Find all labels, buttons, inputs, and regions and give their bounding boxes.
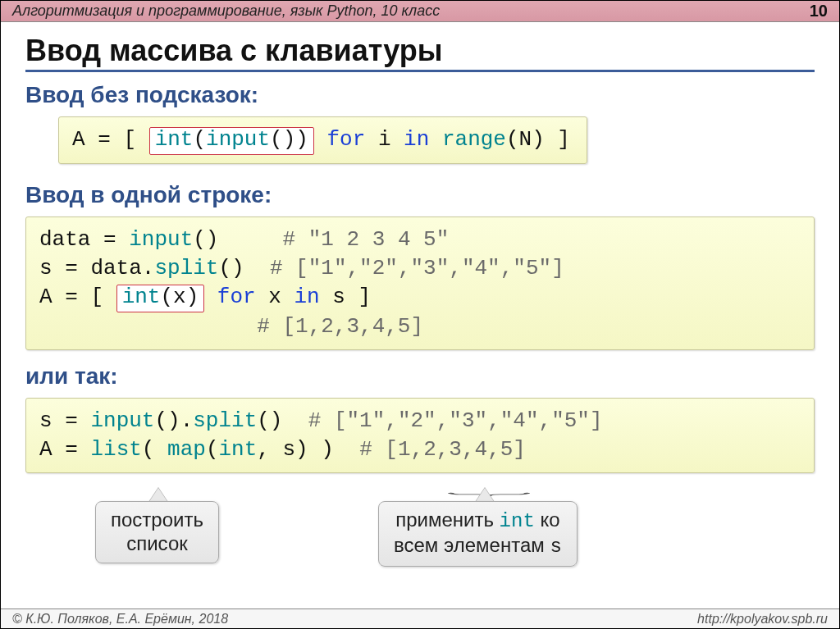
code-block-2: data = input() # "1 2 3 4 5" s = data.sp… [25, 217, 815, 350]
callout-text: всем элементам [394, 534, 550, 556]
code-text: ( [193, 127, 206, 152]
slide-header: Алгоритмизация и программирование, язык … [1, 1, 839, 22]
code-func: int [155, 127, 194, 152]
code-text: (N) ] [506, 127, 570, 152]
code-keyword: in [294, 285, 319, 309]
section2-heading: Ввод в одной строке: [25, 182, 815, 208]
code-func: int [122, 285, 161, 309]
code-text [314, 127, 327, 152]
callout-text: ко [535, 508, 560, 531]
callout-text: построить [111, 508, 203, 531]
code-comment: # [1,2,3,4,5] [334, 437, 526, 462]
code-func: input [90, 408, 154, 433]
code-keyword: for [326, 127, 365, 152]
code-text: () [257, 408, 282, 433]
footer-url: http://kpolyakov.spb.ru [697, 612, 828, 627]
code-comment: # [1,2,3,4,5] [39, 314, 423, 339]
code-text: (). [154, 408, 193, 433]
code-text [204, 285, 217, 309]
slide-content: Ввод массива с клавиатуры Ввод без подск… [1, 22, 839, 581]
code-text: ( [206, 437, 219, 462]
code-func: input [129, 227, 193, 252]
callout-left: построить список [95, 501, 219, 563]
section3-heading: или так: [25, 363, 815, 390]
code-text: A = [39, 437, 90, 462]
code-func: split [154, 256, 218, 280]
code-keyword: in [404, 127, 429, 152]
callout-right: применить int ко всем элементам s [378, 501, 578, 567]
callout-code: int [500, 510, 535, 532]
code-text: i [365, 127, 404, 152]
code-comment: # ["1","2","3","4","5"] [244, 256, 564, 280]
footer-copyright: © К.Ю. Поляков, Е.А. Ерёмин, 2018 [12, 612, 228, 627]
code-text: A = [ [39, 285, 116, 309]
code-text: s = data. [39, 256, 154, 280]
callout-text: применить [395, 508, 499, 531]
code-comment: # ["1","2","3","4","5"] [282, 408, 602, 433]
code-func: range [429, 127, 506, 152]
code-text: s = [39, 408, 90, 433]
code-text: data = [39, 227, 129, 252]
code-block-1: A = [ int(input()) for i in range(N) ] [58, 116, 587, 164]
code-text: x [256, 285, 294, 309]
code-comment: # "1 2 3 4 5" [218, 227, 449, 252]
code-text: () [218, 256, 244, 280]
callout-row: построить список ⏟ применить int ко всем… [25, 483, 815, 581]
title-underline [25, 70, 815, 72]
callout-text: список [126, 532, 188, 554]
code-text: () [193, 227, 218, 252]
header-title: Алгоритмизация и программирование, язык … [12, 2, 440, 20]
code-func: split [193, 408, 257, 433]
highlight-box: int(x) [116, 285, 205, 312]
callout-code: s [550, 536, 561, 558]
highlight-box: int(input()) [149, 127, 314, 155]
section1-heading: Ввод без подсказок: [25, 82, 815, 108]
code-text: A = [ [72, 127, 149, 152]
code-keyword: for [217, 285, 256, 309]
page-number: 10 [810, 2, 828, 21]
code-func: list [90, 437, 141, 462]
code-func: map [167, 437, 206, 462]
main-title: Ввод массива с клавиатуры [25, 34, 815, 68]
slide-footer: © К.Ю. Поляков, Е.А. Ерёмин, 2018 http:/… [1, 608, 839, 628]
code-block-3: s = input().split() # ["1","2","3","4","… [25, 398, 815, 473]
code-func: input [206, 127, 270, 152]
code-text: , s) ) [257, 437, 334, 462]
code-func: int [218, 437, 257, 462]
code-text: ( [142, 437, 167, 462]
code-text: s ] [320, 285, 371, 309]
code-text: (x) [160, 285, 199, 309]
code-text: ()) [270, 127, 308, 152]
